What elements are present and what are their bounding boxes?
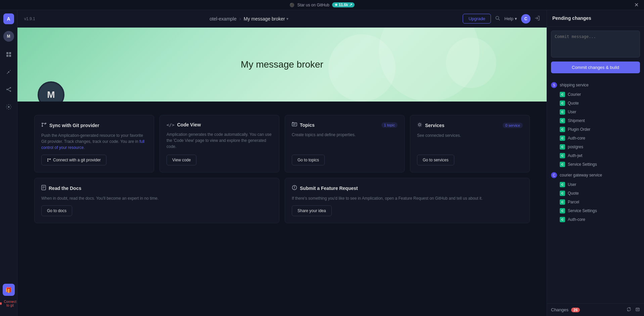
sidebar-item-settings[interactable] <box>3 101 15 113</box>
discard-changes-button[interactable] <box>635 307 640 313</box>
top-banner: ⚫ Star us on GitHub ★ 11.6k ↗ ✕ <box>0 0 644 10</box>
shipping-shipment-item[interactable]: C Shipment <box>547 116 644 125</box>
shipping-service-name: shipping service <box>560 83 589 87</box>
app-logo[interactable]: A <box>3 13 14 24</box>
github-icon: ⚫ <box>289 3 294 7</box>
sync-git-title: Sync with Git provider <box>49 123 99 128</box>
postgres-label: postgres <box>568 145 583 149</box>
gateway-user-item[interactable]: C User <box>547 180 644 189</box>
shipping-service-label[interactable]: S shipping service <box>547 80 644 90</box>
code-view-icon: </> <box>167 122 174 127</box>
svg-point-7 <box>10 90 11 92</box>
resource-selector[interactable]: My message broker ▾ <box>244 16 288 22</box>
svg-line-8 <box>8 88 10 89</box>
header-separator: › <box>239 16 241 22</box>
resource-chevron-icon: ▾ <box>286 16 288 21</box>
quote-c-badge: C <box>560 101 565 106</box>
footer-icons <box>627 307 640 313</box>
gift-button[interactable]: 🎁 <box>3 284 15 296</box>
commit-changes-button[interactable]: Commit changes & build <box>551 62 640 73</box>
connect-git-button[interactable]: Connect to git <box>0 300 17 307</box>
go-to-topics-label: Go to topics <box>297 158 319 162</box>
topics-badge: 1 topic <box>381 122 398 128</box>
topics-desc: Create topics and define properties. <box>292 132 398 151</box>
svg-point-6 <box>10 87 11 88</box>
feature-request-title: Submit a Feature Request <box>300 186 358 191</box>
view-code-button[interactable]: View code <box>167 155 196 165</box>
service-settings-c-badge-1: C <box>560 162 565 167</box>
changes-tree: S shipping service C Courier C Quote C U… <box>547 77 644 303</box>
svg-line-9 <box>8 90 10 91</box>
main-content: v1.9.1 otel-example › My message broker … <box>17 10 547 316</box>
user-label: User <box>568 110 576 114</box>
changes-number: 26 <box>571 308 580 312</box>
help-button[interactable]: Help ▾ <box>504 16 517 21</box>
connect-git-card-label: Connect with a git provider <box>53 158 101 162</box>
close-banner-button[interactable]: ✕ <box>634 2 639 8</box>
shipping-user-item[interactable]: C User <box>547 108 644 116</box>
plugin-order-c-badge: C <box>560 127 565 132</box>
gateway-quote-item[interactable]: C Quote <box>547 189 644 198</box>
auth-core-c-badge: C <box>560 135 565 141</box>
gateway-parcel-item[interactable]: C Parcel <box>547 198 644 206</box>
read-docs-icon <box>41 185 46 191</box>
star-icon: ★ <box>334 3 338 7</box>
shipment-c-badge: C <box>560 118 565 123</box>
shipping-quote-item[interactable]: C Quote <box>547 99 644 108</box>
sidebar-item-dashboard[interactable] <box>3 48 15 61</box>
svg-line-12 <box>499 19 500 20</box>
shipping-service-settings-item[interactable]: C Service Settings <box>547 160 644 169</box>
connect-git-card-button[interactable]: Connect with a git provider <box>41 155 106 165</box>
gateway-service-settings-item[interactable]: C Service Settings <box>547 206 644 215</box>
plugin-order-label: Plugin Order <box>568 127 590 132</box>
hero-circle-2 <box>328 34 396 102</box>
topics-title-row: Topics <box>292 122 315 128</box>
content-area: My message broker M <box>17 28 547 316</box>
sidebar-item-tools[interactable] <box>3 66 15 78</box>
project-name[interactable]: otel-example <box>210 16 236 22</box>
shipping-postgres-item[interactable]: C postgres <box>547 143 644 151</box>
svg-rect-0 <box>6 52 8 54</box>
user-avatar[interactable]: C <box>521 14 531 24</box>
shipping-plugin-order-item[interactable]: C Plugin Order <box>547 125 644 134</box>
sync-git-desc: Push the Amplication-generated resource … <box>41 132 147 151</box>
share-idea-button[interactable]: Share your idea <box>292 205 332 216</box>
feature-request-desc: If there's something you'd like to see i… <box>292 195 523 201</box>
resource-name-text: My message broker <box>244 16 285 22</box>
feature-request-header: Submit a Feature Request <box>292 185 523 191</box>
gateway-user-c-badge: C <box>560 182 565 187</box>
postgres-c-badge: C <box>560 144 565 150</box>
shipping-auth-core-item[interactable]: C Auth-core <box>547 134 644 143</box>
connect-git-dot <box>0 302 2 305</box>
code-view-title-row: </> Code View <box>167 122 201 127</box>
workspace-avatar[interactable]: M <box>3 31 14 42</box>
connect-git-label: Connect to git <box>3 300 17 307</box>
header: v1.9.1 otel-example › My message broker … <box>17 10 547 28</box>
topics-icon <box>292 122 297 128</box>
refresh-changes-button[interactable] <box>627 307 631 313</box>
logout-button[interactable] <box>535 15 540 22</box>
external-link-icon: ↗ <box>349 3 352 7</box>
svg-point-4 <box>8 71 9 73</box>
gateway-auth-core-item[interactable]: C Auth-core <box>547 215 644 224</box>
shipping-courier-item[interactable]: C Courier <box>547 90 644 99</box>
service-settings-label-1: Service Settings <box>568 162 597 167</box>
svg-rect-3 <box>9 55 11 57</box>
feature-request-icon <box>292 185 297 191</box>
upgrade-button[interactable]: Upgrade <box>463 14 491 24</box>
gateway-user-label: User <box>568 182 576 187</box>
app-layout: A M <box>0 10 644 316</box>
auth-core-label: Auth-core <box>568 136 585 141</box>
star-count: 11.6k <box>339 3 348 7</box>
courier-gateway-service-label[interactable]: C courier gateway service <box>547 170 644 180</box>
go-to-topics-button[interactable]: Go to topics <box>292 155 325 165</box>
svg-rect-1 <box>9 52 11 54</box>
go-to-services-label: Go to services <box>423 158 449 162</box>
commit-message-input[interactable] <box>551 31 640 57</box>
search-button[interactable] <box>495 15 500 22</box>
go-to-services-button[interactable]: Go to services <box>417 155 454 165</box>
sidebar-item-flow[interactable] <box>3 83 15 95</box>
go-to-docs-button[interactable]: Go to docs <box>41 205 72 216</box>
shipping-auth-jwt-item[interactable]: C Auth-jwt <box>547 151 644 160</box>
code-view-card: </> Code View Amplication generates the … <box>159 115 279 172</box>
